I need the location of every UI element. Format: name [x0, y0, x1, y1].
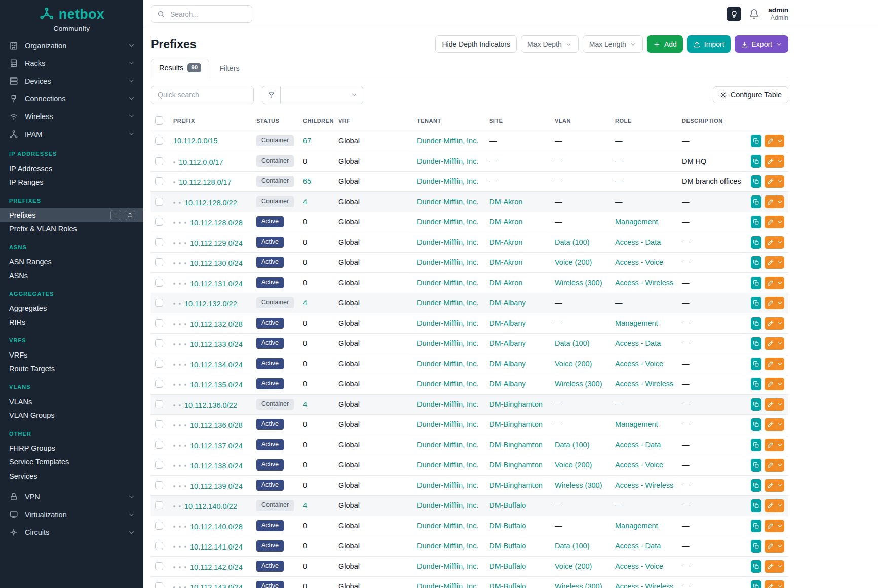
- row-checkbox[interactable]: [155, 319, 163, 327]
- vlan-link[interactable]: Data (100): [555, 238, 590, 246]
- tenant-link[interactable]: Dunder-Mifflin, Inc.: [417, 360, 478, 368]
- site-link[interactable]: DM-Albany: [489, 319, 526, 327]
- brand[interactable]: netbox Community: [0, 0, 143, 32]
- site-link[interactable]: DM-Albany: [489, 299, 526, 307]
- prefix-link[interactable]: 10.112.138.0/24: [190, 462, 243, 470]
- actions-dropdown-button[interactable]: [776, 560, 784, 573]
- tenant-link[interactable]: Dunder-Mifflin, Inc.: [417, 198, 478, 206]
- clone-button[interactable]: [751, 398, 761, 411]
- row-checkbox[interactable]: [155, 339, 163, 347]
- tenant-link[interactable]: Dunder-Mifflin, Inc.: [417, 562, 478, 570]
- vlan-link[interactable]: Data (100): [555, 542, 590, 550]
- actions-dropdown-button[interactable]: [776, 155, 784, 168]
- edit-button[interactable]: [765, 277, 775, 289]
- tab-results[interactable]: Results 90: [151, 59, 209, 77]
- vlan-link[interactable]: Wireless (300): [555, 481, 602, 489]
- role-link[interactable]: Access - Wireless: [615, 380, 673, 388]
- actions-dropdown-button[interactable]: [776, 317, 784, 330]
- site-link[interactable]: DM-Binghamton: [489, 441, 543, 449]
- sidebar-item-circuits[interactable]: Circuits: [0, 524, 143, 541]
- prefix-link[interactable]: 10.112.136.0/28: [190, 421, 243, 429]
- sidebar-item-vlan-groups[interactable]: VLAN Groups: [0, 409, 143, 423]
- prefix-link[interactable]: 10.112.143.0/24: [190, 583, 243, 588]
- tenant-link[interactable]: Dunder-Mifflin, Inc.: [417, 258, 478, 266]
- edit-button[interactable]: [765, 439, 775, 451]
- prefix-link[interactable]: 10.112.131.0/24: [190, 280, 243, 288]
- clone-button[interactable]: [751, 195, 761, 208]
- global-search-input[interactable]: [169, 10, 246, 19]
- bell-icon[interactable]: [749, 9, 759, 19]
- actions-dropdown-button[interactable]: [776, 135, 784, 147]
- role-link[interactable]: Access - Voice: [615, 461, 663, 469]
- row-checkbox[interactable]: [155, 238, 163, 246]
- edit-button[interactable]: [765, 135, 775, 147]
- prefix-link[interactable]: 10.112.133.0/24: [190, 340, 243, 348]
- sidebar-item-vlans[interactable]: VLANs: [0, 395, 143, 409]
- actions-dropdown-button[interactable]: [776, 277, 784, 289]
- quick-import-button[interactable]: [125, 210, 135, 220]
- clone-button[interactable]: [751, 297, 761, 309]
- children-link[interactable]: 4: [303, 501, 307, 509]
- prefix-link[interactable]: 10.112.137.0/24: [190, 442, 243, 450]
- role-link[interactable]: Management: [615, 522, 658, 530]
- edit-button[interactable]: [765, 297, 775, 309]
- prefix-link[interactable]: 10.112.128.0/22: [184, 199, 237, 207]
- sidebar-item-wireless[interactable]: Wireless: [0, 107, 143, 125]
- global-search[interactable]: [151, 5, 252, 23]
- vlan-link[interactable]: Voice (200): [555, 562, 592, 570]
- prefix-link[interactable]: 10.112.129.0/24: [190, 239, 243, 247]
- site-link[interactable]: DM-Binghamton: [489, 461, 543, 469]
- vlan-link[interactable]: Wireless (300): [555, 582, 602, 588]
- row-checkbox[interactable]: [155, 198, 163, 206]
- sidebar-item-devices[interactable]: Devices: [0, 72, 143, 90]
- row-checkbox[interactable]: [155, 400, 163, 408]
- actions-dropdown-button[interactable]: [776, 195, 784, 208]
- clone-button[interactable]: [751, 499, 761, 512]
- row-checkbox[interactable]: [155, 380, 163, 388]
- prefix-link[interactable]: 10.112.139.0/24: [190, 482, 243, 490]
- import-button[interactable]: Import: [687, 35, 731, 53]
- tenant-link[interactable]: Dunder-Mifflin, Inc.: [417, 279, 478, 287]
- prefix-link[interactable]: 10.112.132.0/28: [190, 320, 243, 328]
- edit-button[interactable]: [765, 195, 775, 208]
- sidebar-item-racks[interactable]: Racks: [0, 54, 143, 72]
- role-link[interactable]: Access - Wireless: [615, 582, 673, 588]
- saved-filter-select[interactable]: [281, 86, 363, 104]
- max-length-dropdown[interactable]: Max Length: [583, 35, 643, 53]
- row-checkbox[interactable]: [155, 441, 163, 449]
- actions-dropdown-button[interactable]: [776, 236, 784, 249]
- sidebar-item-fhrp-groups[interactable]: FHRP Groups: [0, 441, 143, 455]
- theme-toggle-button[interactable]: [727, 7, 741, 21]
- add-button[interactable]: Add: [647, 35, 683, 53]
- tenant-link[interactable]: Dunder-Mifflin, Inc.: [417, 319, 478, 327]
- actions-dropdown-button[interactable]: [776, 479, 784, 492]
- vlan-link[interactable]: Voice (200): [555, 258, 592, 266]
- prefix-link[interactable]: 10.112.132.0/22: [184, 300, 237, 308]
- vlan-link[interactable]: Wireless (300): [555, 279, 602, 287]
- clone-button[interactable]: [751, 317, 761, 330]
- row-checkbox[interactable]: [155, 279, 163, 287]
- role-link[interactable]: Management: [615, 319, 658, 327]
- row-checkbox[interactable]: [155, 360, 163, 368]
- row-checkbox[interactable]: [155, 420, 163, 428]
- prefix-link[interactable]: 10.112.140.0/22: [184, 502, 237, 511]
- tenant-link[interactable]: Dunder-Mifflin, Inc.: [417, 461, 478, 469]
- role-link[interactable]: Access - Wireless: [615, 279, 673, 287]
- clone-button[interactable]: [751, 256, 761, 269]
- tenant-link[interactable]: Dunder-Mifflin, Inc.: [417, 481, 478, 489]
- sidebar-item-services[interactable]: Services: [0, 469, 143, 483]
- max-depth-dropdown[interactable]: Max Depth: [521, 35, 579, 53]
- tenant-link[interactable]: Dunder-Mifflin, Inc.: [417, 299, 478, 307]
- site-link[interactable]: DM-Akron: [489, 198, 522, 206]
- edit-button[interactable]: [765, 175, 775, 188]
- edit-button[interactable]: [765, 337, 775, 350]
- edit-button[interactable]: [765, 479, 775, 492]
- row-checkbox[interactable]: [155, 522, 163, 530]
- clone-button[interactable]: [751, 358, 761, 370]
- site-link[interactable]: DM-Akron: [489, 279, 522, 287]
- actions-dropdown-button[interactable]: [776, 520, 784, 532]
- clone-button[interactable]: [751, 540, 761, 553]
- prefix-link[interactable]: 10.112.140.0/28: [190, 523, 243, 531]
- tenant-link[interactable]: Dunder-Mifflin, Inc.: [417, 137, 478, 145]
- site-link[interactable]: DM-Buffalo: [489, 542, 526, 550]
